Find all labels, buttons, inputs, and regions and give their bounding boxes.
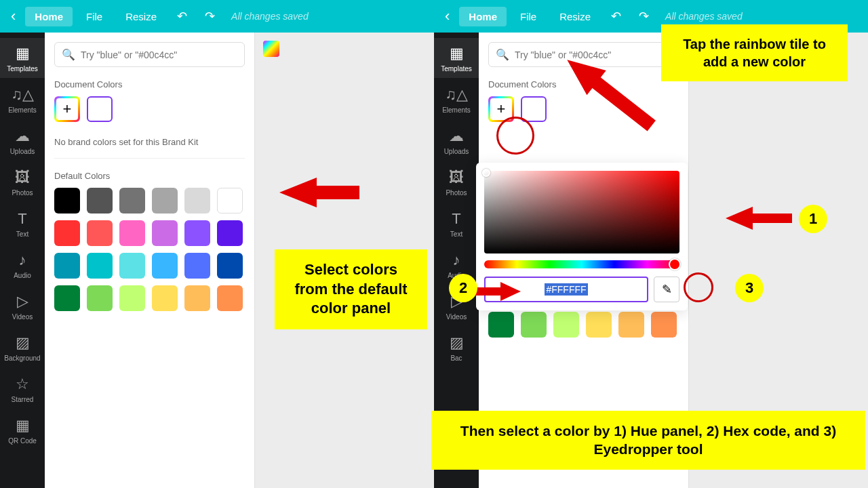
color-swatch[interactable] [119, 220, 145, 246]
color-swatch[interactable] [54, 285, 80, 311]
search-icon: 🔍 [496, 48, 509, 61]
svg-marker-0 [279, 178, 359, 207]
arrow-icon [279, 171, 361, 225]
sidenav-item-text[interactable]: TText [434, 203, 479, 243]
resize-button[interactable]: Resize [550, 7, 600, 26]
color-swatch[interactable] [54, 220, 80, 246]
resize-button[interactable]: Resize [116, 7, 166, 26]
callout-left: Select colors from the default color pan… [275, 249, 427, 329]
color-swatch[interactable] [184, 253, 210, 279]
color-swatch[interactable] [184, 285, 210, 311]
file-button[interactable]: File [77, 7, 112, 26]
color-swatch[interactable] [586, 312, 612, 338]
doc-colors-title: Document Colors [54, 79, 245, 89]
default-colors-title: Default Colors [54, 171, 245, 181]
color-swatch[interactable] [488, 312, 514, 338]
circle-marker [496, 117, 534, 155]
saturation-value-panel[interactable] [484, 171, 679, 253]
search-input[interactable]: 🔍 [54, 42, 245, 67]
add-color-tile[interactable]: + [54, 96, 80, 122]
sidenav-item-uploads[interactable]: ☁Uploads [0, 121, 45, 161]
undo-icon[interactable]: ↶ [170, 9, 194, 24]
redo-icon[interactable]: ↷ [632, 9, 656, 24]
sidenav-item-elements[interactable]: ♫△Elements [0, 79, 45, 119]
svg-marker-3 [475, 282, 521, 301]
color-swatch[interactable] [184, 188, 210, 214]
arrow-icon [726, 205, 793, 239]
color-swatch[interactable] [553, 312, 579, 338]
color-swatch[interactable] [54, 188, 80, 214]
search-field[interactable] [81, 49, 237, 60]
topbar: ‹ Home File Resize ↶ ↷ All changes saved [0, 0, 434, 33]
sidenav-item-photos[interactable]: 🖼Photos [434, 162, 479, 202]
badge-3: 3 [735, 274, 764, 302]
color-swatch[interactable] [87, 188, 113, 214]
undo-icon[interactable]: ↶ [604, 9, 628, 24]
color-swatch[interactable] [651, 312, 677, 338]
sidenav-item-background[interactable]: ▨Background [0, 327, 45, 367]
sidenav-item-uploads[interactable]: ☁Uploads [434, 121, 479, 161]
badge-2: 2 [449, 274, 477, 302]
selected-color-icon[interactable] [263, 41, 279, 57]
redo-icon[interactable]: ↷ [198, 9, 222, 24]
back-icon[interactable]: ‹ [5, 7, 21, 25]
file-button[interactable]: File [511, 7, 546, 26]
color-swatch[interactable] [87, 253, 113, 279]
sidenav-item-starred[interactable]: ☆Starred [0, 369, 45, 409]
color-swatch[interactable] [152, 220, 178, 246]
color-panel: 🔍 Document Colors + No brand colors set … [45, 33, 255, 488]
brand-kit-note: No brand colors set for this Brand Kit [54, 137, 245, 159]
circle-marker [684, 272, 713, 302]
color-swatch[interactable] [152, 253, 178, 279]
sidenav-item-videos[interactable]: ▷Videos [0, 286, 45, 326]
search-icon: 🔍 [62, 48, 75, 61]
color-swatch[interactable] [217, 188, 243, 214]
sidenav-item-audio[interactable]: ♪Audio [0, 245, 45, 285]
current-color-tile[interactable] [521, 96, 547, 122]
sidenav-item-templates[interactable]: ▦Templates [0, 38, 45, 78]
current-color-tile[interactable] [87, 96, 113, 122]
color-swatch[interactable] [217, 253, 243, 279]
color-swatch[interactable] [618, 312, 644, 338]
back-icon[interactable]: ‹ [439, 7, 455, 25]
color-swatch[interactable] [119, 188, 145, 214]
color-swatch[interactable] [152, 188, 178, 214]
color-swatch[interactable] [54, 253, 80, 279]
color-swatch[interactable] [119, 253, 145, 279]
color-swatch[interactable] [152, 285, 178, 311]
color-swatch[interactable] [119, 285, 145, 311]
arrow-icon [473, 281, 521, 308]
home-button[interactable]: Home [459, 7, 507, 26]
color-swatch[interactable] [521, 312, 547, 338]
default-swatches [54, 188, 245, 311]
badge-1: 1 [799, 205, 827, 233]
hue-slider[interactable] [484, 260, 679, 268]
color-swatch[interactable] [184, 220, 210, 246]
sidenav-item-qr code[interactable]: ▦QR Code [0, 410, 45, 450]
save-status: All changes saved [231, 11, 309, 22]
sidenav-item-text[interactable]: TText [0, 203, 45, 243]
color-swatch[interactable] [217, 285, 243, 311]
svg-marker-2 [726, 207, 792, 230]
color-swatch[interactable] [87, 220, 113, 246]
eyedropper-button[interactable]: ✎ [654, 277, 679, 302]
sidenav-item-elements[interactable]: ♫△Elements [434, 79, 479, 119]
sidenav: ▦Templates♫△Elements☁Uploads🖼PhotosTText… [0, 33, 45, 488]
save-status: All changes saved [665, 11, 743, 22]
callout-bottom: Then select a color by 1) Hue panel, 2) … [431, 411, 865, 470]
home-button[interactable]: Home [25, 7, 73, 26]
color-swatch[interactable] [217, 220, 243, 246]
callout-top: Tap the rainbow tile to add a new color [661, 24, 848, 81]
sidenav-item-photos[interactable]: 🖼Photos [0, 162, 45, 202]
sidenav-item-bac[interactable]: ▨Bac [434, 327, 479, 367]
color-swatch[interactable] [87, 285, 113, 311]
sidenav-item-templates[interactable]: ▦Templates [434, 38, 479, 78]
